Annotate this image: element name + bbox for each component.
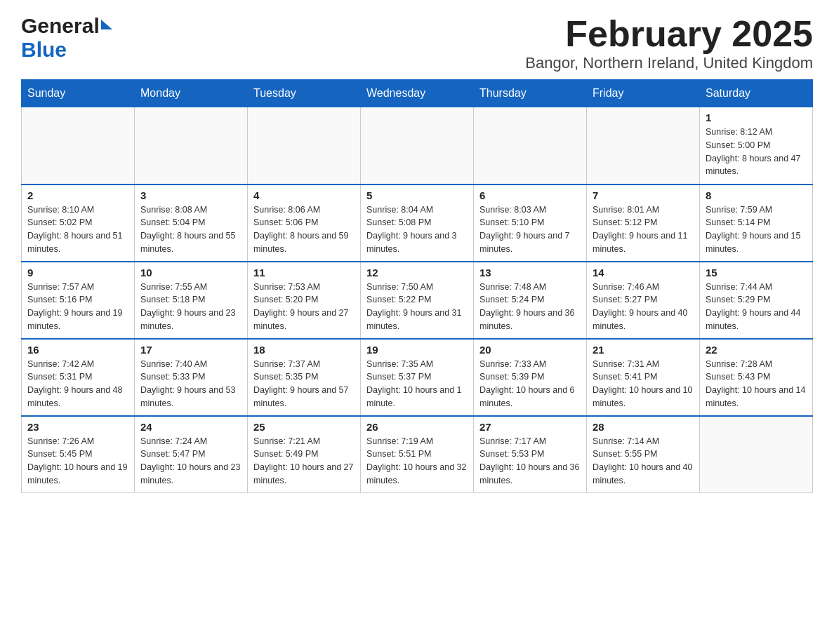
calendar-cell: 8Sunrise: 7:59 AMSunset: 5:14 PMDaylight… [700,185,813,262]
day-number: 10 [140,267,241,279]
day-info: Sunrise: 7:28 AM [706,358,807,371]
day-number: 18 [253,344,355,356]
location-title: Bangor, Northern Ireland, United Kingdom [525,54,813,72]
day-info: Daylight: 9 hours and 11 minutes. [593,229,694,256]
day-info: Daylight: 8 hours and 51 minutes. [27,229,128,256]
calendar-cell: 4Sunrise: 8:06 AMSunset: 5:06 PMDaylight… [248,185,361,262]
day-info: Sunset: 5:00 PM [706,139,807,152]
day-info: Sunrise: 8:08 AM [140,203,241,217]
calendar-header-row: SundayMondayTuesdayWednesdayThursdayFrid… [22,80,813,107]
logo-blue: Blue [21,38,67,61]
day-info: Sunset: 5:27 PM [593,293,694,307]
calendar-cell: 6Sunrise: 8:03 AMSunset: 5:10 PMDaylight… [474,185,587,262]
calendar-cell: 26Sunrise: 7:19 AMSunset: 5:51 PMDayligh… [361,416,474,493]
day-info: Sunrise: 7:26 AM [27,435,128,448]
day-number: 2 [27,189,128,201]
calendar-cell [700,416,813,493]
calendar-cell: 10Sunrise: 7:55 AMSunset: 5:18 PMDayligh… [135,262,248,339]
calendar-header-monday: Monday [135,80,248,107]
calendar-cell: 21Sunrise: 7:31 AMSunset: 5:41 PMDayligh… [587,339,700,416]
day-info: Daylight: 10 hours and 40 minutes. [593,461,694,488]
day-info: Daylight: 10 hours and 1 minute. [366,384,468,410]
day-info: Sunrise: 7:50 AM [366,281,468,294]
day-info: Sunrise: 8:01 AM [593,203,694,217]
day-info: Daylight: 9 hours and 57 minutes. [253,384,355,410]
day-info: Sunrise: 7:24 AM [140,435,241,448]
day-number: 27 [479,421,581,433]
day-info: Daylight: 10 hours and 14 minutes. [706,384,807,410]
day-info: Sunset: 5:20 PM [253,293,355,307]
day-info: Daylight: 9 hours and 36 minutes. [479,307,581,333]
day-info: Sunset: 5:22 PM [366,293,468,307]
day-number: 23 [27,421,128,433]
day-info: Daylight: 10 hours and 23 minutes. [140,461,241,488]
day-number: 26 [366,421,468,433]
logo: General Blue [21,14,112,62]
day-info: Sunrise: 7:37 AM [253,358,355,371]
day-number: 3 [140,189,241,201]
day-info: Sunrise: 7:40 AM [140,358,241,371]
day-number: 9 [27,267,128,279]
day-info: Daylight: 9 hours and 3 minutes. [366,229,468,256]
day-info: Sunset: 5:10 PM [479,216,581,229]
day-info: Sunset: 5:53 PM [479,448,581,461]
calendar-header-thursday: Thursday [474,80,587,107]
title-area: February 2025 Bangor, Northern Ireland, … [525,14,813,72]
day-info: Sunset: 5:33 PM [140,370,241,384]
day-info: Sunrise: 7:57 AM [27,281,128,294]
calendar-cell: 7Sunrise: 8:01 AMSunset: 5:12 PMDaylight… [587,185,700,262]
calendar-week-row: 2Sunrise: 8:10 AMSunset: 5:02 PMDaylight… [22,185,813,262]
calendar-week-row: 9Sunrise: 7:57 AMSunset: 5:16 PMDaylight… [22,262,813,339]
day-number: 11 [253,267,355,279]
calendar-cell [474,107,587,185]
day-info: Daylight: 10 hours and 36 minutes. [479,461,581,488]
calendar-cell: 14Sunrise: 7:46 AMSunset: 5:27 PMDayligh… [587,262,700,339]
day-number: 12 [366,267,468,279]
day-info: Sunrise: 7:42 AM [27,358,128,371]
calendar-cell: 9Sunrise: 7:57 AMSunset: 5:16 PMDaylight… [22,262,135,339]
day-info: Sunset: 5:49 PM [253,448,355,461]
calendar-cell: 25Sunrise: 7:21 AMSunset: 5:49 PMDayligh… [248,416,361,493]
day-number: 15 [706,267,807,279]
calendar-header-friday: Friday [587,80,700,107]
calendar-week-row: 1Sunrise: 8:12 AMSunset: 5:00 PMDaylight… [22,107,813,185]
day-info: Sunset: 5:51 PM [366,448,468,461]
day-number: 17 [140,344,241,356]
day-info: Sunrise: 7:14 AM [593,435,694,448]
day-info: Sunrise: 8:04 AM [366,203,468,217]
day-info: Sunrise: 8:06 AM [253,203,355,217]
header: General Blue February 2025 Bangor, North… [21,14,813,72]
day-info: Sunset: 5:06 PM [253,216,355,229]
calendar-cell: 20Sunrise: 7:33 AMSunset: 5:39 PMDayligh… [474,339,587,416]
day-info: Daylight: 10 hours and 19 minutes. [27,461,128,488]
day-info: Sunrise: 7:44 AM [706,281,807,294]
day-info: Sunset: 5:31 PM [27,370,128,384]
day-number: 24 [140,421,241,433]
day-info: Daylight: 8 hours and 47 minutes. [706,152,807,179]
day-info: Sunrise: 7:21 AM [253,435,355,448]
day-number: 22 [706,344,807,356]
day-info: Sunset: 5:24 PM [479,293,581,307]
day-info: Sunset: 5:43 PM [706,370,807,384]
day-info: Sunset: 5:02 PM [27,216,128,229]
calendar-cell: 15Sunrise: 7:44 AMSunset: 5:29 PMDayligh… [700,262,813,339]
day-info: Sunrise: 7:17 AM [479,435,581,448]
day-info: Sunset: 5:29 PM [706,293,807,307]
calendar-cell: 28Sunrise: 7:14 AMSunset: 5:55 PMDayligh… [587,416,700,493]
day-info: Daylight: 9 hours and 23 minutes. [140,307,241,333]
calendar-cell: 12Sunrise: 7:50 AMSunset: 5:22 PMDayligh… [361,262,474,339]
day-info: Daylight: 10 hours and 27 minutes. [253,461,355,488]
day-info: Sunset: 5:14 PM [706,216,807,229]
day-number: 16 [27,344,128,356]
calendar-cell: 3Sunrise: 8:08 AMSunset: 5:04 PMDaylight… [135,185,248,262]
day-info: Daylight: 10 hours and 6 minutes. [479,384,581,410]
day-info: Sunset: 5:39 PM [479,370,581,384]
day-info: Sunset: 5:08 PM [366,216,468,229]
day-info: Daylight: 9 hours and 15 minutes. [706,229,807,256]
day-info: Sunrise: 7:59 AM [706,203,807,217]
logo-general: General [21,14,100,38]
day-info: Daylight: 9 hours and 40 minutes. [593,307,694,333]
calendar-cell [361,107,474,185]
day-number: 28 [593,421,694,433]
calendar-cell [248,107,361,185]
